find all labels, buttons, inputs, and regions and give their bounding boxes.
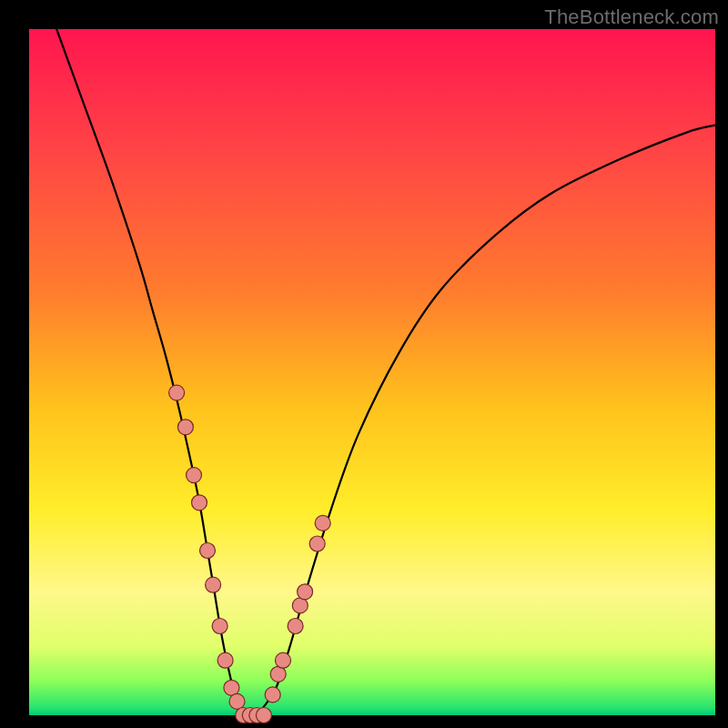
dot [212,619,228,634]
dot [309,536,325,551]
dot [206,577,221,592]
chart-plot-area [29,29,715,715]
dot [224,680,239,695]
bottleneck-curve [56,29,715,716]
chart-frame: TheBottleneck.com [0,0,728,728]
chart-svg [29,29,715,715]
dot [315,515,330,531]
dot [200,543,216,559]
dot [217,652,233,668]
highlight-dots [169,385,331,723]
dot [265,687,280,703]
dot [292,598,308,613]
dot [288,619,303,634]
dot [270,666,286,682]
dot [187,468,202,483]
dot [256,708,271,723]
dot [169,385,185,400]
dot [177,420,193,435]
watermark-text: TheBottleneck.com [544,5,719,29]
dot [298,584,313,600]
dot [192,495,207,511]
dot [276,652,291,668]
dot [229,693,245,709]
